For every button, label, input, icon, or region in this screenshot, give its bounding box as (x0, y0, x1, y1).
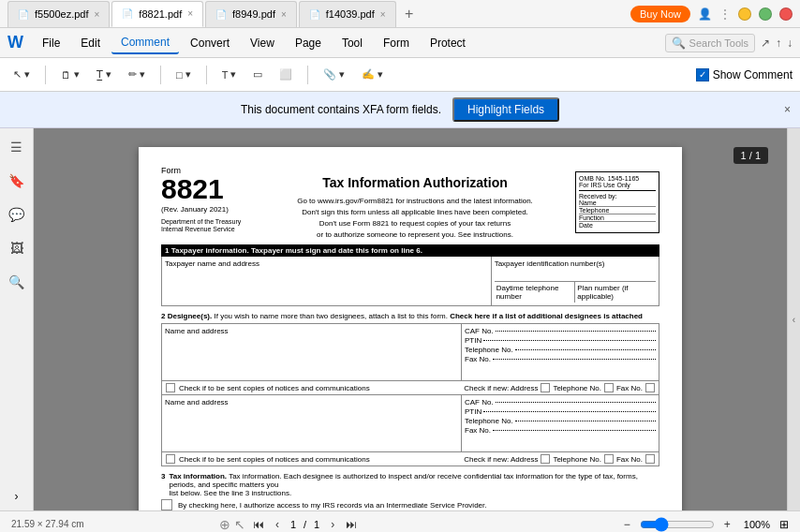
fax-line1 (493, 359, 656, 360)
show-comment-check[interactable] (696, 68, 709, 81)
tab-label-1: f5500ez.pdf (35, 8, 89, 20)
ptin-row2: PTIN (465, 407, 656, 416)
show-comment-checkbox[interactable]: Show Comment (696, 68, 793, 81)
omb-fields: Received by: Name Telephone Function Dat… (579, 190, 656, 229)
area-btn[interactable]: ▭ (247, 66, 268, 83)
section3-num: 3 (161, 472, 165, 497)
highlight-chevron: ▾ (106, 68, 111, 81)
highlight-btn[interactable]: T̲ ▾ (91, 66, 117, 83)
check-new-fax1[interactable] (645, 383, 655, 392)
check-copies1-left: Check if to be sent copies of notices an… (166, 383, 464, 392)
pdf-icon-4: 📄 (309, 9, 320, 20)
highlight-fields-button[interactable]: Highlight Fields (452, 97, 559, 122)
draw-btn[interactable]: ✏ ▾ (123, 66, 151, 83)
notification-bar: This document contains XFA form fields. … (0, 92, 800, 128)
tab-f8821[interactable]: 📄 f8821.pdf × (111, 1, 203, 27)
minimize-button[interactable] (738, 7, 751, 21)
sidebar-icon-comments[interactable]: 💬 (6, 203, 28, 226)
menu-page[interactable]: Page (286, 33, 331, 53)
nav-first-button[interactable]: ⏮ (249, 516, 268, 533)
form-rev-date: (Rev. January 2021) (161, 205, 255, 214)
sidebar-collapse[interactable]: › (15, 490, 19, 503)
toolbar-sep-2 (160, 66, 161, 84)
cursor-tool-icon[interactable]: ⊕ (219, 517, 230, 532)
toolbar-group1[interactable]: ↖ ▾ (7, 66, 36, 83)
check-copies1-label: Check if to be sent copies of notices an… (179, 384, 370, 392)
tab-close-2[interactable]: × (187, 8, 193, 19)
check-new-tel2[interactable] (604, 454, 614, 464)
zoom-out-button[interactable]: − (620, 516, 634, 533)
check-new-addr1[interactable] (541, 383, 550, 392)
search-bar[interactable]: 🔍 Search Tools (665, 34, 755, 52)
tel-label1b: Telephone No. (553, 384, 601, 392)
menu-file[interactable]: File (33, 33, 69, 53)
text-icon: T (222, 69, 229, 81)
tab-f5500ez[interactable]: 📄 f5500ez.pdf × (7, 1, 110, 27)
tab-f14039[interactable]: 📄 f14039.pdf × (299, 1, 396, 27)
check-new-row2: Check if new: Address Telephone No. Fax … (464, 454, 655, 464)
tab-close-3[interactable]: × (281, 9, 287, 20)
maximize-button[interactable] (759, 7, 772, 21)
menu-convert[interactable]: Convert (181, 33, 239, 53)
pdf-icon-2: 📄 (122, 8, 133, 19)
check-copies2-checkbox[interactable] (166, 454, 175, 464)
menu-view[interactable]: View (241, 33, 284, 53)
sidebar-icon-thumbnails[interactable]: 🖼 (6, 237, 28, 259)
section2-check-text: Check here if a list of additional desig… (450, 312, 643, 320)
nav-last-button[interactable]: ⏭ (342, 516, 361, 533)
hand-tool-icon[interactable]: ↖ (234, 517, 245, 532)
zoom-slider[interactable] (640, 517, 715, 532)
zoom-in-button[interactable]: + (720, 516, 734, 533)
page-input[interactable]: 1 (287, 519, 300, 530)
right-panel-toggle[interactable]: ‹ (787, 128, 800, 510)
shapes-btn[interactable]: □ ▾ (170, 66, 197, 83)
text-btn[interactable]: T ▾ (216, 66, 243, 83)
check-copies1-checkbox[interactable] (166, 383, 175, 392)
sticky-note-btn[interactable]: 🗒 ▾ (55, 66, 85, 83)
isp-checkbox[interactable] (161, 499, 172, 510)
sidebar-icon-bookmarks[interactable]: 🔖 (6, 170, 28, 192)
tax-id-block: Taxpayer identification number(s) Daytim… (492, 257, 659, 305)
signature-btn[interactable]: ✍ ▾ (356, 66, 389, 83)
designee2-address: Name and address (162, 395, 462, 451)
new-tab-button[interactable]: + (398, 3, 421, 25)
menu-comment[interactable]: Comment (111, 32, 179, 54)
section2: 2 Designee(s). If you wish to name more … (161, 312, 659, 466)
menu-edit[interactable]: Edit (71, 33, 110, 53)
shapes-icon: □ (176, 69, 183, 81)
chevron-icon: ▾ (24, 68, 30, 81)
designee2-row: Name and address CAF No. PTIN Telephone … (161, 395, 659, 452)
check-new-fax2[interactable] (645, 454, 655, 464)
check-new-addr2[interactable] (541, 454, 550, 464)
tel-label2b: Telephone No. (553, 455, 601, 464)
check-new-tel1[interactable] (604, 383, 614, 392)
menu-tool[interactable]: Tool (333, 33, 372, 53)
notification-close[interactable]: × (784, 103, 791, 116)
note-icon: 🗒 (61, 69, 71, 81)
buy-now-button[interactable]: Buy Now (630, 6, 690, 22)
tab-f8949[interactable]: 📄 f8949.pdf × (205, 1, 297, 27)
fax-row1: Fax No. (465, 355, 656, 363)
menu-form[interactable]: Form (374, 33, 419, 53)
fax-label2: Fax No. (465, 426, 491, 435)
caf-line2 (496, 402, 656, 403)
toolbar: ↖ ▾ 🗒 ▾ T̲ ▾ ✏ ▾ □ ▾ T ▾ ▭ ⬜ 📎 ▾ ✍ ▾ Sho (0, 58, 800, 92)
tab-close-4[interactable]: × (380, 9, 386, 20)
menu-protect[interactable]: Protect (421, 33, 475, 53)
user-icon: 👤 (698, 7, 712, 21)
caf-label1: CAF No. (465, 327, 494, 335)
close-button[interactable] (779, 7, 793, 21)
stamp-btn[interactable]: ⬜ (274, 66, 298, 83)
nav-next-button[interactable]: › (327, 516, 338, 533)
section2-label: Designee(s). (168, 312, 213, 320)
tab-close-1[interactable]: × (95, 9, 100, 20)
isp-checkbox-row: By checking here, I authorize access to … (161, 499, 659, 510)
nav-prev-button[interactable]: ‹ (272, 516, 283, 533)
tel-label2: Telephone No. (465, 417, 513, 425)
section3-text: Tax information. Each designee is author… (169, 472, 637, 489)
sidebar-icon-search[interactable]: 🔍 (6, 271, 28, 293)
fit-page-icon[interactable]: ⊞ (779, 518, 789, 531)
attach-btn[interactable]: 📎 ▾ (318, 66, 350, 83)
sidebar-icon-pages[interactable]: ☰ (6, 136, 28, 158)
check-copies-row1: Check if to be sent copies of notices an… (161, 381, 659, 395)
